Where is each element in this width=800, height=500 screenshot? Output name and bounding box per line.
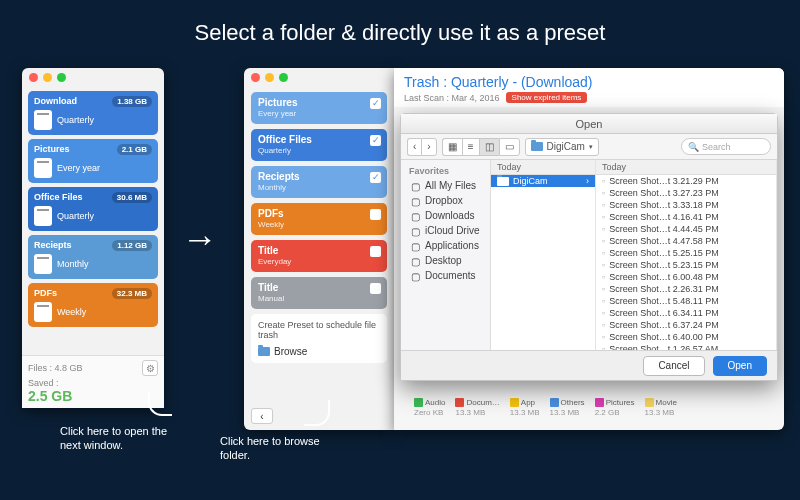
preset-card[interactable]: Pictures2.1 GB Every year [28,139,158,183]
close-icon[interactable] [251,73,260,82]
view-columns-button[interactable]: ◫ [479,138,499,156]
file-icon: ▫ [602,224,605,234]
open-file-dialog: Open ‹ › ▦ ≡ ◫ ▭ DigiCam ▾ 🔍 Search Favo… [400,113,778,381]
saved-label: Saved : [28,378,59,388]
file-icon: ▫ [602,308,605,318]
column-item[interactable]: ▫Screen Shot…t 3.27.23 PM [596,187,776,199]
checkbox-icon[interactable]: ✓ [370,172,381,183]
trash-icon [34,302,52,322]
column-item[interactable]: ▫Screen Shot…t 6.34.11 PM [596,307,776,319]
preset-card[interactable]: Office Files30.6 MB Quarterly [28,187,158,231]
chevron-right-icon: › [586,176,589,186]
annotation-browse: Click here to browse folder. [220,435,350,463]
arrow-icon: → [182,218,218,260]
column-item[interactable]: ▫Screen Shot…t 4.47.58 PM [596,235,776,247]
create-preset-box: Create Preset to schedule file trash Bro… [251,314,387,363]
preset-card[interactable]: Download1.38 GB Quarterly [28,91,158,135]
column-header: Today [491,160,595,175]
preset-card[interactable]: TitleManual [251,277,387,309]
file-icon: ▫ [602,212,605,222]
sidebar-icon: ▢ [411,256,421,266]
traffic-lights[interactable] [22,68,164,87]
dialog-sidebar: Favorites ▢All My Files▢Dropbox▢Download… [401,160,491,350]
chevron-down-icon: ▾ [589,143,593,151]
sidebar-item[interactable]: ▢iCloud Drive [401,223,490,238]
browse-button[interactable]: Browse [258,346,380,357]
trash-icon [34,158,52,178]
cancel-button[interactable]: Cancel [643,356,704,376]
column-item[interactable]: ▫Screen Shot…t 5.23.15 PM [596,259,776,271]
open-button[interactable]: Open [713,356,767,376]
close-icon[interactable] [29,73,38,82]
preset-card[interactable]: PDFs32.3 MB Weekly [28,283,158,327]
legend-item: Docum…13.3 MB [455,398,499,417]
folder-dropdown[interactable]: DigiCam ▾ [525,138,599,156]
preset-card[interactable]: PicturesEvery year ✓ [251,92,387,124]
file-icon: ▫ [602,332,605,342]
preset-card[interactable]: Reciepts1.12 GB Monthly [28,235,158,279]
sidebar-item[interactable]: ▢Dropbox [401,193,490,208]
minimize-icon[interactable] [43,73,52,82]
search-input[interactable]: 🔍 Search [681,138,771,155]
detail-title: Trash : Quarterly - (Download) [404,74,774,90]
column-header: Today [596,160,776,175]
show-expired-button[interactable]: Show expired items [506,92,588,103]
dialog-title: Open [401,114,777,134]
sidebar-icon: ▢ [411,271,421,281]
sidebar-item[interactable]: ▢Downloads [401,208,490,223]
sidebar-icon: ▢ [411,181,421,191]
column-item[interactable]: ▫Screen Shot…t 4.44.45 PM [596,223,776,235]
column-item[interactable]: ▫Screen Shot…t 4.16.41 PM [596,211,776,223]
column-item[interactable]: ▫Screen Shot…t 3.33.18 PM [596,199,776,211]
legend-item: AudioZero KB [414,398,445,417]
view-icons-button[interactable]: ▦ [442,138,462,156]
chevron-left-icon[interactable]: ‹ [251,408,273,424]
checkbox-icon[interactable] [370,209,381,220]
file-icon: ▫ [602,320,605,330]
saved-amount: 2.5 GB [28,388,72,404]
column-item[interactable]: ▫Screen Shot…t 3.21.29 PM [596,175,776,187]
column-item[interactable]: DigiCam› [491,175,595,187]
column-item[interactable]: ▫Screen Shot…t 5.25.15 PM [596,247,776,259]
minimize-icon[interactable] [265,73,274,82]
file-icon: ▫ [602,188,605,198]
file-icon: ▫ [602,176,605,186]
column-item[interactable]: ▫Screen Shot…t 6.37.24 PM [596,319,776,331]
checkbox-icon[interactable] [370,283,381,294]
view-list-button[interactable]: ≡ [462,138,479,156]
preset-window-small: Download1.38 GB QuarterlyPictures2.1 GB … [22,68,164,408]
back-button[interactable]: ‹ [407,138,421,156]
sidebar-item[interactable]: ▢Desktop [401,253,490,268]
legend-item: Movie13.3 MB [645,398,677,417]
gear-icon[interactable]: ⚙ [142,360,158,376]
forward-button[interactable]: › [421,138,436,156]
file-icon: ▫ [602,260,605,270]
storage-legend: AudioZero KBDocum…13.3 MBApp13.3 MBOther… [414,398,677,417]
file-icon: ▫ [602,236,605,246]
checkbox-icon[interactable]: ✓ [370,135,381,146]
checkbox-icon[interactable]: ✓ [370,98,381,109]
zoom-icon[interactable] [279,73,288,82]
checkbox-icon[interactable] [370,246,381,257]
column-item[interactable]: ▫Screen Shot…t 2.26.31 PM [596,283,776,295]
preset-card[interactable]: PDFsWeekly [251,203,387,235]
sidebar-item[interactable]: ▢Documents [401,268,490,283]
column-item[interactable]: ▫Screen Shot…t 6.40.00 PM [596,331,776,343]
preset-card[interactable]: Office FilesQuarterly ✓ [251,129,387,161]
sidebar-item[interactable]: ▢Applications [401,238,490,253]
column-item[interactable]: ▫Screen Shot…t 5.48.11 PM [596,295,776,307]
file-icon: ▫ [602,200,605,210]
sidebar-item[interactable]: ▢All My Files [401,178,490,193]
zoom-icon[interactable] [57,73,66,82]
trash-icon [34,206,52,226]
traffic-lights[interactable] [244,68,394,87]
column-item[interactable]: ▫Screen Shot…t 6.00.48 PM [596,271,776,283]
preset-card[interactable]: RecieptsMonthly ✓ [251,166,387,198]
trash-icon [34,254,52,274]
column-item[interactable]: ▫Screen Shot…t 1.26.57 AM [596,343,776,350]
view-cover-button[interactable]: ▭ [499,138,520,156]
headline: Select a folder & directly use it as a p… [0,0,800,60]
folder-icon [497,177,509,186]
annotation-gear: Click here to open the next window. [60,425,190,453]
preset-card[interactable]: TitleEveryday [251,240,387,272]
